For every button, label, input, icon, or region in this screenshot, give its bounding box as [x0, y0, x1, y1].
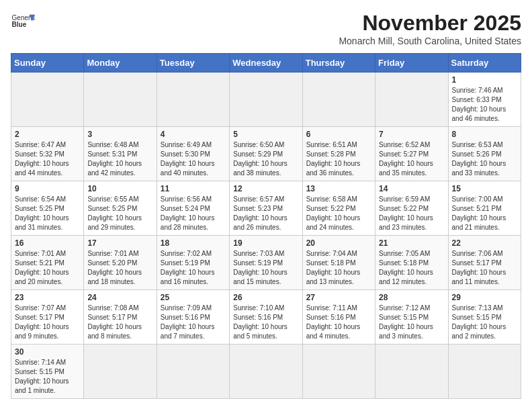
- calendar-cell: 16Sunrise: 7:01 AM Sunset: 5:21 PM Dayli…: [11, 236, 84, 290]
- day-number: 10: [87, 184, 152, 193]
- day-info: Sunrise: 7:14 AM Sunset: 5:15 PM Dayligh…: [15, 358, 80, 396]
- day-number: 13: [306, 184, 371, 193]
- day-info: Sunrise: 7:01 AM Sunset: 5:21 PM Dayligh…: [15, 249, 80, 287]
- calendar-cell: 27Sunrise: 7:11 AM Sunset: 5:16 PM Dayli…: [302, 290, 375, 345]
- day-number: 26: [233, 293, 298, 302]
- calendar-cell: 30Sunrise: 7:14 AM Sunset: 5:15 PM Dayli…: [11, 345, 84, 399]
- day-info: Sunrise: 7:11 AM Sunset: 5:16 PM Dayligh…: [306, 304, 371, 341]
- day-number: 4: [161, 130, 226, 139]
- calendar-cell: 17Sunrise: 7:01 AM Sunset: 5:20 PM Dayli…: [84, 236, 157, 290]
- calendar-cell: 22Sunrise: 7:06 AM Sunset: 5:17 PM Dayli…: [448, 236, 521, 290]
- day-info: Sunrise: 7:00 AM Sunset: 5:21 PM Dayligh…: [452, 195, 517, 232]
- calendar-cell: 14Sunrise: 6:59 AM Sunset: 5:22 PM Dayli…: [375, 181, 448, 236]
- calendar-cell: 12Sunrise: 6:57 AM Sunset: 5:23 PM Dayli…: [230, 181, 302, 236]
- day-info: Sunrise: 7:02 AM Sunset: 5:19 PM Dayligh…: [161, 249, 226, 287]
- calendar-cell: [230, 345, 302, 399]
- calendar-cell: 8Sunrise: 6:53 AM Sunset: 5:26 PM Daylig…: [448, 127, 521, 181]
- day-info: Sunrise: 6:49 AM Sunset: 5:30 PM Dayligh…: [161, 140, 226, 178]
- week-row-2: 2Sunrise: 6:47 AM Sunset: 5:32 PM Daylig…: [11, 127, 521, 181]
- day-number: 8: [452, 130, 517, 139]
- title-area: November 2025 Monarch Mill, South Caroli…: [339, 11, 521, 46]
- calendar-cell: 24Sunrise: 7:08 AM Sunset: 5:17 PM Dayli…: [84, 290, 157, 345]
- day-number: 24: [87, 293, 152, 302]
- svg-text:Blue: Blue: [11, 21, 26, 28]
- day-info: Sunrise: 7:09 AM Sunset: 5:16 PM Dayligh…: [161, 304, 226, 341]
- calendar-cell: 26Sunrise: 7:10 AM Sunset: 5:16 PM Dayli…: [230, 290, 302, 345]
- calendar-cell: 23Sunrise: 7:07 AM Sunset: 5:17 PM Dayli…: [11, 290, 84, 345]
- day-number: 16: [15, 238, 80, 248]
- calendar-cell: 2Sunrise: 6:47 AM Sunset: 5:32 PM Daylig…: [11, 127, 84, 181]
- day-number: 1: [452, 75, 517, 85]
- calendar-cell: 3Sunrise: 6:48 AM Sunset: 5:31 PM Daylig…: [84, 127, 157, 181]
- day-info: Sunrise: 7:05 AM Sunset: 5:18 PM Dayligh…: [379, 249, 444, 287]
- calendar-table: SundayMondayTuesdayWednesdayThursdayFrid…: [11, 53, 521, 399]
- day-number: 22: [452, 238, 517, 248]
- day-number: 25: [161, 293, 226, 302]
- calendar-cell: 1Sunrise: 7:46 AM Sunset: 6:33 PM Daylig…: [448, 73, 521, 127]
- week-row-4: 16Sunrise: 7:01 AM Sunset: 5:21 PM Dayli…: [11, 236, 521, 290]
- day-info: Sunrise: 6:50 AM Sunset: 5:29 PM Dayligh…: [233, 140, 298, 178]
- day-number: 7: [379, 130, 444, 139]
- day-info: Sunrise: 7:04 AM Sunset: 5:18 PM Dayligh…: [306, 249, 371, 287]
- day-info: Sunrise: 7:12 AM Sunset: 5:15 PM Dayligh…: [379, 304, 444, 341]
- day-number: 19: [233, 238, 298, 248]
- calendar-cell: [302, 73, 375, 127]
- day-number: 15: [452, 184, 517, 193]
- week-row-5: 23Sunrise: 7:07 AM Sunset: 5:17 PM Dayli…: [11, 290, 521, 345]
- calendar-cell: [230, 73, 302, 127]
- calendar-cell: [11, 73, 84, 127]
- calendar-cell: 6Sunrise: 6:51 AM Sunset: 5:28 PM Daylig…: [302, 127, 375, 181]
- day-number: 6: [306, 130, 371, 139]
- day-info: Sunrise: 6:55 AM Sunset: 5:25 PM Dayligh…: [87, 195, 152, 232]
- weekday-header-tuesday: Tuesday: [157, 54, 229, 73]
- calendar-cell: 11Sunrise: 6:56 AM Sunset: 5:24 PM Dayli…: [157, 181, 229, 236]
- weekday-header-thursday: Thursday: [302, 54, 375, 73]
- calendar-cell: 28Sunrise: 7:12 AM Sunset: 5:15 PM Dayli…: [375, 290, 448, 345]
- day-number: 20: [306, 238, 371, 248]
- calendar-cell: [302, 345, 375, 399]
- calendar-cell: 18Sunrise: 7:02 AM Sunset: 5:19 PM Dayli…: [157, 236, 229, 290]
- week-row-3: 9Sunrise: 6:54 AM Sunset: 5:25 PM Daylig…: [11, 181, 521, 236]
- day-number: 17: [87, 238, 152, 248]
- calendar-cell: [448, 345, 521, 399]
- day-info: Sunrise: 6:58 AM Sunset: 5:22 PM Dayligh…: [306, 195, 371, 232]
- logo: General Blue: [11, 11, 35, 35]
- day-info: Sunrise: 6:48 AM Sunset: 5:31 PM Dayligh…: [87, 140, 152, 178]
- day-number: 28: [379, 293, 444, 302]
- calendar-cell: 19Sunrise: 7:03 AM Sunset: 5:19 PM Dayli…: [230, 236, 302, 290]
- calendar-cell: 7Sunrise: 6:52 AM Sunset: 5:27 PM Daylig…: [375, 127, 448, 181]
- calendar-cell: 9Sunrise: 6:54 AM Sunset: 5:25 PM Daylig…: [11, 181, 84, 236]
- calendar-cell: 29Sunrise: 7:13 AM Sunset: 5:15 PM Dayli…: [448, 290, 521, 345]
- day-number: 5: [233, 130, 298, 139]
- day-info: Sunrise: 6:57 AM Sunset: 5:23 PM Dayligh…: [233, 195, 298, 232]
- day-number: 30: [15, 347, 80, 357]
- day-info: Sunrise: 7:03 AM Sunset: 5:19 PM Dayligh…: [233, 249, 298, 287]
- day-number: 27: [306, 293, 371, 302]
- day-number: 11: [161, 184, 226, 193]
- calendar-cell: [375, 73, 448, 127]
- day-number: 9: [15, 184, 80, 193]
- day-number: 2: [15, 130, 80, 139]
- calendar-cell: [157, 345, 229, 399]
- day-number: 21: [379, 238, 444, 248]
- calendar-cell: 21Sunrise: 7:05 AM Sunset: 5:18 PM Dayli…: [375, 236, 448, 290]
- day-info: Sunrise: 6:53 AM Sunset: 5:26 PM Dayligh…: [452, 140, 517, 178]
- day-info: Sunrise: 6:51 AM Sunset: 5:28 PM Dayligh…: [306, 140, 371, 178]
- day-info: Sunrise: 7:13 AM Sunset: 5:15 PM Dayligh…: [452, 304, 517, 341]
- day-number: 29: [452, 293, 517, 302]
- calendar-cell: [375, 345, 448, 399]
- day-info: Sunrise: 6:56 AM Sunset: 5:24 PM Dayligh…: [161, 195, 226, 232]
- day-info: Sunrise: 7:08 AM Sunset: 5:17 PM Dayligh…: [87, 304, 152, 341]
- calendar-cell: 25Sunrise: 7:09 AM Sunset: 5:16 PM Dayli…: [157, 290, 229, 345]
- calendar-cell: [84, 345, 157, 399]
- day-info: Sunrise: 6:59 AM Sunset: 5:22 PM Dayligh…: [379, 195, 444, 232]
- header: General Blue November 2025 Monarch Mill,…: [11, 11, 521, 46]
- day-info: Sunrise: 7:07 AM Sunset: 5:17 PM Dayligh…: [15, 304, 80, 341]
- day-number: 12: [233, 184, 298, 193]
- day-number: 3: [87, 130, 152, 139]
- weekday-header-saturday: Saturday: [448, 54, 521, 73]
- weekday-header-row: SundayMondayTuesdayWednesdayThursdayFrid…: [11, 54, 521, 73]
- weekday-header-sunday: Sunday: [11, 54, 84, 73]
- month-title: November 2025: [339, 11, 521, 36]
- day-info: Sunrise: 7:46 AM Sunset: 6:33 PM Dayligh…: [452, 86, 517, 124]
